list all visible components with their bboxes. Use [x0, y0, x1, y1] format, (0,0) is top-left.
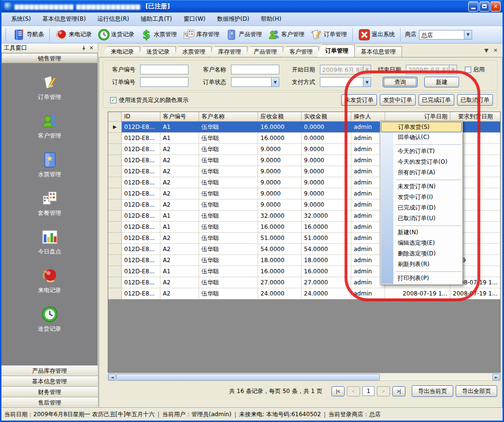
sidebar-group-button-3[interactable]: 售后管理 [1, 397, 98, 408]
grid-column-header-3[interactable]: 客户名称 [199, 112, 258, 122]
tab-scroll-down-icon[interactable]: ▼ [484, 47, 488, 54]
toolbar-button-6[interactable]: 客户管理 [265, 27, 307, 42]
tab-7[interactable]: 基本信息管理 [352, 46, 402, 57]
sidebar-group-sales[interactable]: 销售管理 [1, 53, 98, 63]
status-filter-button-2[interactable]: 已完成订单 [418, 94, 454, 106]
pin-icon[interactable] [80, 45, 87, 52]
toolbar-button-4[interactable]: 库存管理 [180, 27, 222, 42]
order-status-select[interactable]: ▼ [231, 77, 279, 87]
sidebar-item-2[interactable]: 水票管理 [38, 151, 61, 179]
row-selector-cell[interactable] [108, 177, 122, 188]
page-number-input[interactable] [362, 386, 374, 396]
menu-item-4[interactable]: 窗口(W) [178, 13, 211, 25]
toolbar-button-8[interactable]: 退出系统 [355, 27, 398, 42]
last-page-button[interactable]: >| [392, 386, 405, 396]
grid-row-15[interactable]: 012D-E8...A2伍华聪24.000024.0000admin2008-0… [108, 288, 500, 299]
export-current-page-button[interactable]: 导出当前页 [412, 385, 453, 397]
grid-column-header-4[interactable]: 应收金额 [258, 112, 302, 122]
grid-column-header-2[interactable]: 客户编号 [160, 112, 199, 122]
menu-item-0[interactable]: 系统(S) [5, 13, 37, 25]
prev-page-button[interactable]: < [347, 386, 360, 396]
context-menu-item-3[interactable]: 今天的订单(T) [380, 146, 462, 157]
row-selector-cell[interactable] [108, 166, 122, 177]
toolbar-button-3[interactable]: $水票管理 [137, 27, 180, 42]
tab-6[interactable]: 订单管理 [316, 44, 355, 57]
row-selector-cell[interactable] [108, 233, 122, 244]
row-selector-cell[interactable] [108, 277, 122, 288]
minimize-button[interactable] [468, 1, 478, 12]
row-selector-cell[interactable] [108, 222, 122, 233]
sidebar-group-button-2[interactable]: 财务管理 [1, 387, 98, 397]
row-selector-cell[interactable] [108, 188, 122, 199]
customer-no-input[interactable] [140, 65, 188, 74]
tab-4[interactable]: 产品管理 [245, 46, 283, 57]
menu-item-5[interactable]: 数据维护(D) [211, 13, 255, 25]
toolbar-button-1[interactable]: 来电记录 [52, 27, 95, 42]
sidebar-group-button-0[interactable]: 产品库存管理 [1, 366, 98, 376]
enable-checkbox[interactable] [465, 67, 471, 73]
order-no-input[interactable] [140, 77, 188, 87]
sidebar-item-6[interactable]: 送货记录 [38, 306, 61, 333]
context-menu-item-8[interactable]: 发货中订单(I) [380, 192, 462, 203]
context-menu-item-12[interactable]: 新建(N) [380, 227, 462, 238]
first-page-button[interactable]: |< [331, 386, 345, 396]
sidebar-close-icon[interactable]: ✕ [87, 45, 95, 52]
context-menu-item-13[interactable]: 编辑选定项(E) [380, 238, 462, 249]
customer-name-input[interactable] [231, 65, 279, 74]
store-select[interactable]: 总店▼ [419, 30, 472, 40]
tab-3[interactable]: 库存管理 [209, 46, 247, 57]
menu-item-6[interactable]: 帮助(H) [255, 13, 287, 25]
toolbar-button-7[interactable]: 订单管理 [307, 27, 350, 42]
menu-item-3[interactable]: 辅助工具(T) [135, 13, 178, 25]
context-menu-item-9[interactable]: 已完成订单(D) [380, 203, 462, 213]
export-all-pages-button[interactable]: 导出全部页 [456, 385, 497, 397]
grid-column-header-1[interactable]: ID [122, 112, 160, 122]
grid-column-header-5[interactable]: 实收金额 [302, 112, 351, 122]
row-selector-cell[interactable] [108, 244, 122, 255]
sidebar-group-button-1[interactable]: 基本信息管理 [1, 376, 98, 387]
toolbar-button-2[interactable]: 送货记录 [95, 27, 137, 42]
row-selector-cell[interactable] [108, 211, 122, 222]
toolbar-button-5[interactable]: 产品管理 [222, 27, 265, 42]
row-selector-cell[interactable] [108, 288, 122, 299]
status-filter-button-0[interactable]: 未发货订单 [341, 94, 377, 106]
tab-close-icon[interactable]: ✕ [493, 47, 498, 54]
context-menu-item-17[interactable]: 打印列表(P) [380, 273, 462, 284]
scrollbar-thumb[interactable] [116, 374, 380, 380]
sidebar-item-1[interactable]: 客户管理 [38, 113, 61, 140]
context-menu-item-7[interactable]: 未发货订单(N) [380, 182, 462, 192]
row-selector-cell[interactable] [108, 155, 122, 166]
menu-item-2[interactable]: 运行信息(R) [92, 13, 135, 25]
maximize-button[interactable] [479, 1, 490, 12]
tab-2[interactable]: 水票管理 [173, 46, 212, 57]
context-menu-item-1[interactable]: 回单确认(C) [380, 132, 462, 143]
start-date-picker[interactable]: 2009年 6月 8日▼ [320, 65, 371, 74]
scroll-left-icon[interactable]: ◄ [108, 374, 116, 380]
tab-0[interactable]: 来电记录 [101, 46, 140, 57]
new-button[interactable]: 新建 [424, 77, 459, 87]
grid-horizontal-scrollbar[interactable]: ◄ ► [108, 373, 501, 381]
next-page-button[interactable]: > [377, 386, 390, 396]
scroll-right-icon[interactable]: ► [492, 374, 500, 380]
row-selector-cell[interactable] [108, 255, 122, 266]
context-menu-item-10[interactable]: 已取消订单(U) [380, 213, 462, 224]
sidebar-item-5[interactable]: 来电记录 [38, 267, 61, 295]
query-button[interactable]: 查询 [383, 77, 418, 87]
row-selector-cell[interactable] [108, 199, 122, 211]
row-selector-cell[interactable] [108, 144, 122, 155]
sidebar-item-3[interactable]: 套餐管理 [38, 190, 61, 217]
current-row-arrow-icon[interactable]: ▶ [108, 122, 122, 133]
pay-method-select[interactable]: ▼ [320, 77, 371, 87]
grid-column-header-8[interactable]: 要求到货日期 [450, 112, 501, 122]
context-menu-item-5[interactable]: 所有的订单(A) [380, 168, 462, 178]
menu-item-1[interactable]: 基本信息管理(B) [37, 13, 92, 25]
end-date-picker[interactable]: 2009年 6月 8日▼ [406, 65, 457, 74]
tab-5[interactable]: 客户管理 [280, 46, 319, 57]
row-selector-cell[interactable] [108, 133, 122, 144]
sidebar-item-0[interactable]: 订单管理 [38, 74, 61, 101]
context-menu-item-4[interactable]: 今天的发货订单(O) [380, 157, 462, 168]
close-button[interactable]: ✕ [490, 1, 501, 12]
color-display-checkbox[interactable] [110, 97, 116, 103]
row-selector-cell[interactable] [108, 266, 122, 277]
toolbar-button-0[interactable]: 导航条 [10, 27, 47, 42]
